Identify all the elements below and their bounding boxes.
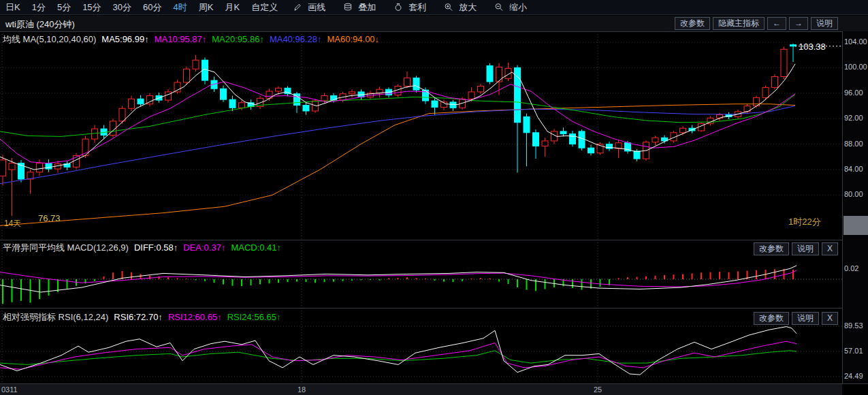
moneybag-icon (393, 3, 406, 12)
rsi-chart[interactable] (0, 308, 842, 383)
tool-label: 放大 (459, 1, 477, 14)
period-30min[interactable]: 30分 (113, 1, 131, 14)
kline-chart[interactable] (0, 31, 842, 240)
top-toolbar: 日K1分5分15分30分60分4时周K月K自定义画线叠加套利放大缩小 (0, 0, 868, 15)
period-week-k[interactable]: 周K (199, 1, 214, 14)
zoom-in-icon (444, 3, 456, 12)
macd-chart[interactable] (0, 240, 842, 308)
last-price-label: 103.38 (799, 42, 826, 52)
ma10-legend: MA10:95.87↑ (155, 34, 207, 44)
price-axis-label: 96.00 (844, 89, 863, 97)
zoom-in-tool[interactable]: 放大 (444, 1, 477, 14)
ma60-legend: MA60:94.00↓ (327, 34, 380, 44)
price-axis-label: 92.00 (844, 114, 863, 122)
period-60min[interactable]: 60分 (143, 1, 161, 14)
stack-icon (343, 3, 355, 12)
draw-line-tool[interactable]: 画线 (293, 1, 325, 14)
low-marker-days: 14天 (4, 218, 21, 230)
title-bar: wti原油 (240分钟) 改参数隐藏主指标←→说明 (0, 16, 868, 32)
ma20-legend: MA20:95.86↑ (212, 34, 264, 44)
price-axis-label: 84.00 (844, 165, 863, 173)
tool-label: 缩小 (509, 1, 527, 14)
price-axis-label: 80.00 (844, 190, 863, 198)
tool-label: 叠加 (358, 1, 376, 14)
tool-label: 套利 (408, 1, 426, 14)
title-button-group: 改参数隐藏主指标←→说明 (675, 17, 838, 30)
edit-params-button[interactable]: 改参数 (675, 17, 710, 30)
macd-axis-label: 0.02 (844, 264, 858, 272)
scrollbar-thumb[interactable] (843, 216, 868, 235)
period-1min[interactable]: 1分 (32, 1, 46, 14)
zoom-out-icon (494, 3, 507, 12)
legend-prefix: 均线 MA(5,10,20,40,60) (3, 34, 96, 44)
period-4hour[interactable]: 4时 (174, 1, 187, 14)
price-axis: 104.00100.0096.0092.0088.0084.0080.000.0… (842, 31, 868, 383)
period-15min[interactable]: 15分 (82, 1, 101, 14)
low-marker-value: 76.73 (38, 213, 61, 223)
arbitrage-tool[interactable]: 套利 (393, 1, 426, 14)
overlay-tool[interactable]: 叠加 (343, 1, 376, 14)
zoom-out-tool[interactable]: 缩小 (494, 1, 527, 14)
period-day-k[interactable]: 日K (5, 1, 20, 14)
bar-countdown-label: 1时22分 (788, 216, 821, 228)
price-axis-label: 88.00 (844, 140, 863, 148)
help-button[interactable]: 说明 (811, 17, 838, 30)
period-custom[interactable]: 自定义 (251, 1, 278, 14)
price-axis-label: 104.00 (844, 37, 867, 46)
ma40-legend: MA40:96.28↑ (270, 34, 322, 44)
pencil-icon (293, 3, 305, 12)
period-5min[interactable]: 5分 (57, 1, 71, 14)
next-arrow-button[interactable]: → (789, 17, 808, 30)
prev-arrow-button[interactable]: ← (767, 17, 786, 30)
symbol-title: wti原油 (240分钟) (5, 18, 75, 31)
hide-main-indicator-button[interactable]: 隐藏主指标 (713, 17, 765, 30)
rsi-axis-label: 57.01 (844, 347, 863, 355)
chart-app: 日K1分5分15分30分60分4时周K月K自定义画线叠加套利放大缩小 wti原油… (0, 0, 868, 395)
rsi-axis-label: 89.53 (844, 321, 863, 330)
ma5-legend: MA5:96.99↑ (101, 34, 148, 44)
price-axis-label: 100.00 (844, 63, 867, 71)
tool-label: 画线 (308, 1, 325, 14)
rsi-axis-label: 24.49 (844, 372, 863, 380)
date-axis-label: 25 (594, 385, 602, 394)
ma-legend-row: 均线 MA(5,10,20,40,60)MA5:96.99↑MA10:95.87… (3, 33, 385, 46)
period-month-k[interactable]: 月K (225, 1, 240, 14)
x-axis: 03111825 (0, 384, 842, 395)
date-axis-label: 0311 (1, 385, 18, 394)
date-axis-label: 18 (298, 385, 306, 394)
